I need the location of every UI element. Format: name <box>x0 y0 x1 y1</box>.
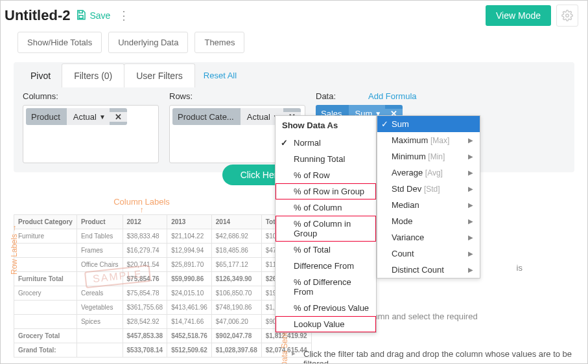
data-label: Data: <box>316 91 336 101</box>
agg-sum[interactable]: Sum <box>377 116 480 132</box>
more-menu-icon[interactable]: ⋮ <box>115 8 132 23</box>
show-data-as-menu: Show Data As Normal Running Total % of R… <box>275 115 377 333</box>
chevron-right-icon: ▶ <box>468 234 473 241</box>
agg-mode[interactable]: Mode▶ <box>377 213 480 229</box>
table-row: GroceryCereals$75,854.78$24,015.10$106,8… <box>14 286 312 301</box>
pivot-preview: Column Labels ↑ Row Labels → ← Data Seri… <box>14 197 270 364</box>
agg-maximum[interactable]: Maximum [Max]▶ <box>377 132 480 148</box>
table-row: Vegetables$361,755.68$413,461.96$748,190… <box>14 301 312 315</box>
themes-button[interactable]: Themes <box>194 32 244 53</box>
table-row: Grand Total:$533,708.14$512,509.62$1,028… <box>14 343 312 358</box>
preview-table: Product CategoryProduct201220132014Total… <box>14 214 312 358</box>
table-header: 2014 <box>211 215 261 229</box>
chevron-right-icon: ▶ <box>468 185 473 192</box>
show-data-pct-column[interactable]: % of Column <box>276 199 376 216</box>
show-data-pct-diff-from[interactable]: % of Difference From <box>276 274 376 300</box>
agg-count[interactable]: Count▶ <box>377 245 480 262</box>
table-row: Frames$16,279.74$12,994.94$18,485.86$47,… <box>14 244 312 258</box>
agg-average[interactable]: Average [Avg]▶ <box>377 165 480 181</box>
table-row: Furniture Total$75,854.76$59,990.86$126,… <box>14 272 312 286</box>
show-data-pct-row-group[interactable]: % of Row in Group <box>276 183 376 199</box>
show-data-diff-from[interactable]: Difference From <box>276 258 376 274</box>
chevron-down-icon: ▼ <box>99 113 106 120</box>
chip-dropdown[interactable]: Actual▼ <box>67 108 110 125</box>
tab-user-filters[interactable]: User Filters <box>124 63 195 87</box>
chip-name: Product <box>26 112 67 122</box>
table-row: FurnitureEnd Tables$38,833.48$21,104.22$… <box>14 229 312 244</box>
view-mode-button[interactable]: View Mode <box>486 5 551 26</box>
show-hide-totals-button[interactable]: Show/Hide Totals <box>18 32 102 53</box>
add-formula-link[interactable]: Add Formula <box>368 91 416 101</box>
tab-pivot[interactable]: Pivot <box>19 64 62 87</box>
columns-chip-product[interactable]: Product Actual▼ ✕ <box>26 108 127 125</box>
agg-variance[interactable]: Variance▶ <box>377 229 480 245</box>
chevron-right-icon: ▶ <box>468 153 473 160</box>
show-data-as-header: Show Data As <box>276 116 376 135</box>
chip-name: Product Cate... <box>172 112 241 122</box>
svg-point-1 <box>566 14 569 17</box>
chevron-right-icon: ▶ <box>468 201 473 209</box>
table-header: Product Category <box>14 215 77 229</box>
table-row: Spices$28,542.92$14,741.66$47,006.20$90,… <box>14 315 312 329</box>
show-data-lookup[interactable]: Lookup Value <box>276 316 376 332</box>
agg-median[interactable]: Median▶ <box>377 197 480 213</box>
chip-remove[interactable]: ✕ <box>110 112 127 122</box>
agg-minimum[interactable]: Minimum [Min]▶ <box>377 148 480 165</box>
columns-dropzone[interactable]: Product Actual▼ ✕ <box>23 105 159 163</box>
chevron-right-icon: ▶ <box>468 250 473 257</box>
chevron-right-icon: ▶ <box>468 218 473 225</box>
show-data-normal[interactable]: Normal <box>276 135 376 151</box>
agg-stddev[interactable]: Std Dev [Std]▶ <box>377 181 480 197</box>
gear-icon <box>561 10 573 21</box>
chevron-right-icon: ▶ <box>468 266 473 273</box>
save-button[interactable]: Save <box>75 9 110 23</box>
agg-distinct-count[interactable]: Distinct Count▶ <box>377 262 480 278</box>
instruction-item: Click the filter tab and drag and drop t… <box>294 347 574 364</box>
show-data-pct-column-group[interactable]: % of Column in Group <box>276 216 376 242</box>
table-header: Product <box>76 215 123 229</box>
document-title: Untitled-2 <box>5 7 70 24</box>
show-data-pct-prev[interactable]: % of Previous Value <box>276 300 376 316</box>
chevron-right-icon: ▶ <box>468 137 473 144</box>
settings-button[interactable] <box>556 5 578 27</box>
rows-label: Rows: <box>169 91 305 101</box>
table-header: 2012 <box>123 215 167 229</box>
tab-filters[interactable]: Filters (0) <box>62 63 124 87</box>
columns-label: Columns: <box>23 91 159 101</box>
table-row: Grocery Total$457,853.38$452,518.76$902,… <box>14 329 312 343</box>
aggregate-menu: Sum Maximum [Max]▶ Minimum [Min]▶ Averag… <box>377 115 480 279</box>
show-data-running-total[interactable]: Running Total <box>276 151 376 167</box>
row-labels-caption: Row Labels → <box>10 224 19 275</box>
reset-all-link[interactable]: Reset All <box>194 64 246 87</box>
chevron-right-icon: ▶ <box>468 169 473 176</box>
save-label: Save <box>89 10 110 21</box>
save-icon <box>75 9 87 23</box>
svg-rect-0 <box>79 15 83 18</box>
show-data-pct-total[interactable]: % of Total <box>276 242 376 258</box>
table-header: 2013 <box>167 215 212 229</box>
show-data-pct-row[interactable]: % of Row <box>276 167 376 183</box>
table-row: Office Chairs$20,741.54$25,891.70$65,177… <box>14 258 312 272</box>
underlying-data-button[interactable]: Underlying Data <box>108 32 188 53</box>
arrow-up-icon: ↑ <box>14 207 270 213</box>
